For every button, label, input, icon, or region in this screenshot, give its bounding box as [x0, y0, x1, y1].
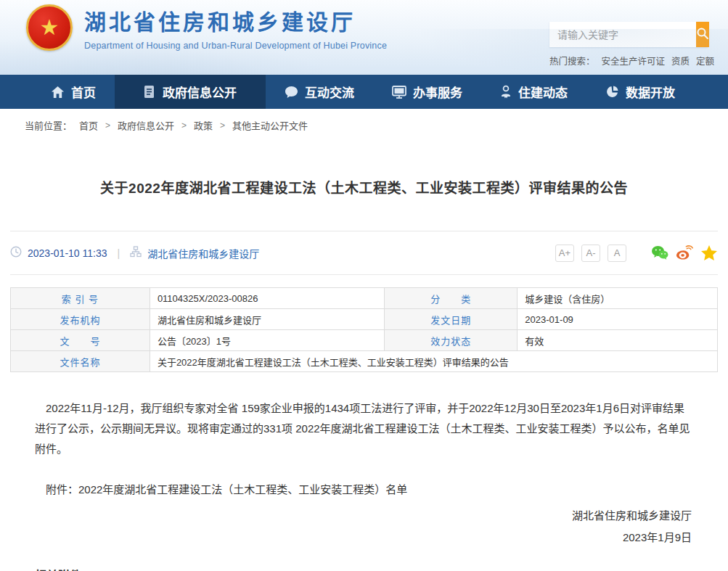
breadcrumb-label: 当前位置：: [25, 118, 72, 132]
attachment-paragraph: 附件：2022年度湖北省工程建设工法（土木工程类、工业安装工程类）名单: [35, 480, 693, 500]
signature-date: 2023年1月9日: [10, 529, 692, 544]
font-reset-button[interactable]: A: [608, 245, 626, 262]
signature-block: 湖北省住房和城乡建设厅 2023年1月9日: [10, 507, 718, 544]
document-icon: [144, 85, 156, 99]
field-value-validity: 有效: [518, 330, 718, 351]
nav-item-home[interactable]: 首页: [32, 75, 115, 109]
divider-line: [10, 274, 718, 275]
nav-item-label: 数据开放: [626, 83, 675, 101]
nav-item-label: 政府信息公开: [163, 83, 237, 101]
chevron-separator: >: [220, 120, 225, 131]
breadcrumb: 当前位置： 首页 > 政府信息公开 > 政策 > 其他主动公开文件: [0, 109, 728, 139]
weibo-share-icon[interactable]: [676, 245, 693, 262]
table-row: 文 号 公告〔2023〕1号 效力状态 有效: [11, 330, 718, 351]
publish-time: 2023-01-10 11:33: [28, 247, 107, 259]
chat-bubble-icon: [285, 86, 298, 99]
nav-item-label: 互动交流: [305, 83, 354, 101]
field-value-index-no: 01104325X/2023-00826: [150, 288, 384, 309]
breadcrumb-item-home[interactable]: 首页: [79, 118, 98, 132]
field-label-issuing-org: 发布机构: [11, 309, 150, 330]
field-value-issuing-org: 湖北省住房和城乡建设厅: [150, 309, 384, 330]
field-value-doc-no: 公告〔2023〕1号: [150, 330, 384, 351]
search-icon: [696, 27, 709, 42]
nav-item-label: 住建动态: [518, 83, 568, 101]
page: ★ 湖北省住房和城乡建设厅 Department of Housing and …: [0, 0, 728, 571]
brand-text: 湖北省住房和城乡建设厅 Department of Housing and Ur…: [84, 4, 387, 51]
home-icon: [51, 86, 65, 99]
nav-item-services[interactable]: 办事服务: [373, 75, 481, 109]
chevron-separator: >: [181, 120, 187, 131]
nav-item-gov-info[interactable]: 政府信息公开: [115, 75, 266, 109]
table-row: 索 引 号 01104325X/2023-00826 分 类 城乡建设（含住房）: [11, 288, 718, 309]
related-attachments: 相关附件: 2022年度湖北省工程建设工法（土木工程类、工业安装工程类）名单.p…: [10, 566, 718, 571]
hot-link-safety-license[interactable]: 安全生产许可证: [602, 57, 666, 67]
person-badge-icon: [500, 85, 512, 99]
nav-item-news[interactable]: 住建动态: [481, 75, 586, 109]
chevron-separator: >: [105, 120, 110, 131]
article-meta: 2023-01-10 11:33 | 湖北省住房和城乡建设厅: [10, 246, 259, 260]
nav-item-interaction[interactable]: 互动交流: [266, 75, 373, 109]
nav-item-label: 办事服务: [413, 83, 462, 101]
signature-org: 湖北省住房和城乡建设厅: [10, 507, 692, 522]
national-emblem-logo: ★: [26, 4, 73, 51]
field-label-doc-name: 文件名称: [11, 351, 150, 372]
field-label-category: 分 类: [385, 288, 518, 309]
qzone-star-icon[interactable]: [700, 245, 718, 262]
font-larger-button[interactable]: A+: [555, 245, 574, 262]
site-subtitle: Department of Housing and Urban-Rural De…: [84, 41, 387, 51]
nav-item-open-data[interactable]: 数据开放: [586, 75, 694, 109]
table-row: 文件名称 关于2022年度湖北省工程建设工法（土木工程类、工业安装工程类）评审结…: [11, 351, 718, 372]
field-value-issue-date: 2023-01-09: [518, 309, 718, 330]
breadcrumb-item-gov-info[interactable]: 政府信息公开: [118, 118, 174, 132]
nav-item-label: 首页: [71, 83, 96, 101]
hot-search-label: 热门搜索：: [549, 57, 595, 67]
font-smaller-button[interactable]: A-: [581, 245, 600, 262]
main-nav: 首页 政府信息公开 互动交流 办事服务 住建动态: [0, 75, 728, 109]
hot-search-bar: 热门搜索：安全生产许可证资质定额: [549, 54, 708, 67]
field-label-doc-no: 文 号: [11, 330, 150, 351]
site-brand: ★ 湖北省住房和城乡建设厅 Department of Housing and …: [26, 4, 387, 51]
clock-icon: [10, 246, 22, 260]
article-meta-row: 2023-01-10 11:33 | 湖北省住房和城乡建设厅 A+ A- A: [10, 231, 718, 274]
wechat-share-icon[interactable]: [651, 245, 668, 262]
hot-link-quota[interactable]: 定额: [696, 57, 714, 67]
field-value-category: 城乡建设（含住房）: [518, 288, 718, 309]
search-area: 热门搜索：安全生产许可证资质定额: [549, 22, 708, 67]
site-header: ★ 湖北省住房和城乡建设厅 Department of Housing and …: [0, 0, 728, 75]
sitemap-icon: [130, 246, 142, 260]
field-label-index-no: 索 引 号: [11, 288, 150, 309]
field-label-issue-date: 发文日期: [385, 309, 518, 330]
meta-divider: |: [118, 247, 120, 259]
breadcrumb-item-other-docs[interactable]: 其他主动公开文件: [232, 118, 308, 132]
doc-info-table: 索 引 号 01104325X/2023-00826 分 类 城乡建设（含住房）…: [10, 287, 718, 372]
attachments-heading: 相关附件:: [35, 566, 693, 571]
pie-chart-icon: [605, 85, 619, 99]
field-label-validity: 效力状态: [385, 330, 518, 351]
field-value-doc-name: 关于2022年度湖北省工程建设工法（土木工程类、工业安装工程类）评审结果的公告: [150, 351, 717, 372]
search-box: [549, 22, 708, 47]
site-title: 湖北省住房和城乡建设厅: [84, 4, 387, 36]
source-link[interactable]: 湖北省住房和城乡建设厅: [147, 246, 259, 260]
search-button[interactable]: [696, 22, 709, 47]
search-input[interactable]: [549, 22, 696, 47]
article-container: 关于2022年度湖北省工程建设工法（土木工程类、工业安装工程类）评审结果的公告 …: [0, 177, 728, 571]
hot-link-qualification[interactable]: 资质: [671, 57, 690, 67]
table-row: 发布机构 湖北省住房和城乡建设厅 发文日期 2023-01-09: [11, 309, 718, 330]
article-body: 2022年11月-12月，我厅组织专家对全省 159家企业申报的1434项工法进…: [10, 398, 718, 500]
article-tools: A+ A- A: [555, 245, 718, 262]
breadcrumb-item-policy[interactable]: 政策: [194, 118, 213, 132]
article-title: 关于2022年度湖北省工程建设工法（土木工程类、工业安装工程类）评审结果的公告: [10, 177, 718, 197]
monitor-icon: [392, 86, 406, 99]
body-paragraph: 2022年11月-12月，我厅组织专家对全省 159家企业申报的1434项工法进…: [35, 398, 693, 459]
